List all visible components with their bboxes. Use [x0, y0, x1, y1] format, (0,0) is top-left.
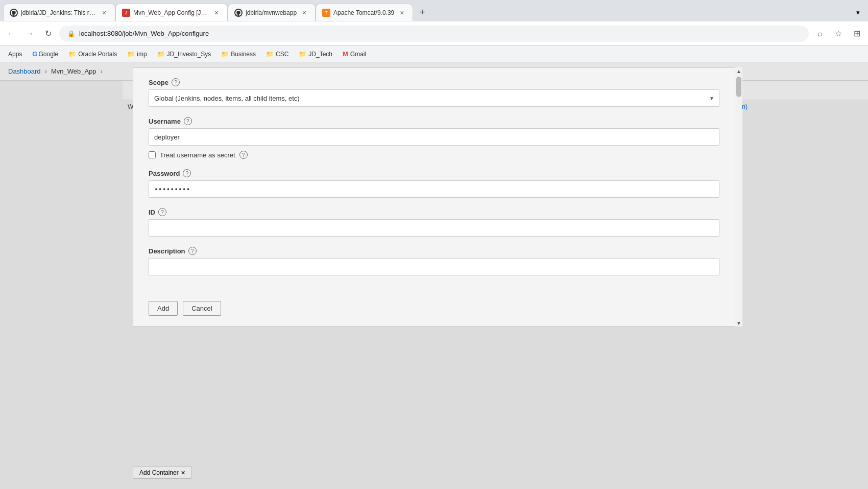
bookmarks-bar: Apps G Google 📁 Oracle Portals 📁 imp 📁 J… — [0, 46, 868, 62]
username-section: Username ? Treat username as secret ? — [149, 117, 719, 159]
scope-select-wrapper: Global (Jenkins, nodes, items, all child… — [149, 89, 719, 107]
jdtech-label: JD_Tech — [308, 51, 332, 58]
gmail-m-icon: M — [343, 50, 348, 58]
csc-folder-icon: 📁 — [266, 51, 274, 58]
id-help-icon[interactable]: ? — [158, 208, 166, 216]
address-icons: ⌕ ☆ ⊞ — [813, 27, 864, 41]
password-input[interactable] — [149, 180, 719, 198]
bookmark-jdinvesto[interactable]: 📁 JD_Investo_Sys — [153, 50, 215, 59]
form-actions: Add Cancel — [133, 296, 735, 326]
bookmark-business[interactable]: 📁 Business — [217, 50, 260, 59]
cancel-button[interactable]: Cancel — [183, 301, 221, 316]
gmail-label: Gmail — [350, 51, 366, 58]
url-text: localhost:8080/job/Mvn_Web_App/configure — [79, 30, 801, 37]
apps-label: Apps — [8, 51, 22, 58]
csc-label: CSC — [276, 51, 288, 58]
search-icon[interactable]: ⌕ — [813, 27, 827, 41]
jdtech-folder-icon: 📁 — [299, 51, 306, 58]
tab1-close[interactable]: × — [100, 8, 109, 17]
add-container-x-icon: ✕ — [181, 470, 185, 476]
oracle-folder-icon: 📁 — [68, 51, 76, 58]
password-section: Password ? — [149, 169, 719, 198]
forward-button[interactable]: → — [22, 27, 37, 41]
tab3-title: jdbirla/mvnwebapp — [246, 9, 297, 16]
treat-secret-checkbox[interactable] — [149, 151, 156, 158]
scope-help-icon[interactable]: ? — [172, 78, 180, 86]
tab-github-mvn[interactable]: jdbirla/mvnwebapp × — [228, 4, 316, 21]
tab-dropdown-arrow[interactable]: ▾ — [851, 5, 865, 19]
tab2-title: Mvn_Web_App Config [Jenkins] — [133, 9, 209, 16]
extension-icon[interactable]: ⊞ — [850, 27, 864, 41]
tab2-close[interactable]: × — [212, 8, 221, 17]
description-help-icon[interactable]: ? — [188, 247, 197, 255]
tab1-title: jdbirla/JD_Jenkins: This repositor... — [21, 9, 97, 16]
jdinvesto-folder-icon: 📁 — [157, 51, 165, 58]
scroll-thumb[interactable] — [736, 77, 741, 97]
scroll-down-arrow[interactable]: ▼ — [735, 319, 742, 327]
add-container-label: Add Container — [139, 469, 179, 476]
description-section: Description ? — [149, 247, 719, 275]
tab4-title: Apache Tomcat/9.0.39 — [333, 9, 394, 16]
treat-secret-help-icon[interactable]: ? — [239, 151, 248, 159]
tab-github-jenkins[interactable]: jdbirla/JD_Jenkins: This repositor... × — [3, 4, 115, 21]
back-button[interactable]: ← — [4, 27, 18, 41]
id-label: ID ? — [149, 208, 719, 216]
bottom-area: Add Container ✕ — [133, 467, 192, 479]
scope-section: Scope ? Global (Jenkins, nodes, items, a… — [149, 78, 719, 107]
tab-favicon-tomcat: T — [322, 9, 330, 17]
new-tab-button[interactable]: + — [415, 5, 429, 19]
oracle-label: Oracle Portals — [78, 51, 117, 58]
scope-select[interactable]: Global (Jenkins, nodes, items, all child… — [149, 89, 719, 107]
username-help-icon[interactable]: ? — [184, 117, 192, 125]
id-input[interactable] — [149, 219, 719, 237]
scroll-up-arrow[interactable]: ▲ — [735, 67, 742, 75]
refresh-button[interactable]: ↻ — [41, 27, 55, 41]
tab4-close[interactable]: × — [397, 8, 406, 17]
password-label: Password ? — [149, 169, 719, 177]
tab-tomcat[interactable]: T Apache Tomcat/9.0.39 × — [316, 4, 413, 21]
address-bar: ← → ↻ 🔒 localhost:8080/job/Mvn_Web_App/c… — [0, 21, 868, 46]
treat-secret-label[interactable]: Treat username as secret — [160, 151, 235, 159]
description-input[interactable] — [149, 258, 719, 275]
password-help-icon[interactable]: ? — [183, 169, 191, 177]
bookmark-csc[interactable]: 📁 CSC — [262, 50, 293, 59]
business-folder-icon: 📁 — [221, 51, 229, 58]
tab-favicon-github2 — [234, 9, 243, 17]
imp-folder-icon: 📁 — [127, 51, 135, 58]
form-body: Scope ? Global (Jenkins, nodes, items, a… — [133, 68, 735, 296]
imp-label: imp — [137, 51, 147, 58]
username-input[interactable] — [149, 128, 719, 146]
browser-chrome: jdbirla/JD_Jenkins: This repositor... × … — [0, 0, 868, 62]
username-label: Username ? — [149, 117, 719, 125]
bookmark-apps[interactable]: Apps — [4, 50, 26, 59]
bookmark-google[interactable]: G Google — [28, 49, 62, 59]
description-label: Description ? — [149, 247, 719, 255]
bookmark-star-icon[interactable]: ☆ — [831, 27, 846, 41]
url-bar[interactable]: 🔒 localhost:8080/job/Mvn_Web_App/configu… — [59, 26, 809, 42]
bookmark-jdtech[interactable]: 📁 JD_Tech — [295, 50, 336, 59]
google-label: Google — [38, 51, 58, 58]
tab-favicon-jenkins: J — [122, 9, 130, 17]
credential-form: Scope ? Global (Jenkins, nodes, items, a… — [133, 67, 735, 327]
page-content: Dashboard › Mvn_Web_App › General Source… — [0, 62, 868, 489]
treat-secret-row: Treat username as secret ? — [149, 151, 719, 159]
id-section: ID ? — [149, 208, 719, 237]
business-label: Business — [231, 51, 256, 58]
scope-label: Scope ? — [149, 78, 719, 86]
tab3-close[interactable]: × — [300, 8, 309, 17]
bookmark-gmail[interactable]: M Gmail — [339, 49, 370, 59]
scroll-track: ▲ ▼ — [735, 67, 742, 327]
bookmark-imp[interactable]: 📁 imp — [123, 50, 151, 59]
jdinvesto-label: JD_Investo_Sys — [167, 51, 211, 58]
tab-favicon-github1 — [10, 9, 18, 17]
tab-jenkins-config[interactable]: J Mvn_Web_App Config [Jenkins] × — [115, 4, 228, 21]
tab-bar: jdbirla/JD_Jenkins: This repositor... × … — [0, 0, 868, 21]
modal-overlay: ▲ ▼ Scope ? Global (Jenkins, nodes, item… — [0, 62, 868, 489]
google-g-icon: G — [32, 50, 37, 58]
add-container-button[interactable]: Add Container ✕ — [133, 467, 192, 479]
bookmark-oracle[interactable]: 📁 Oracle Portals — [64, 50, 121, 59]
lock-icon: 🔒 — [67, 30, 75, 37]
add-button[interactable]: Add — [149, 301, 178, 316]
